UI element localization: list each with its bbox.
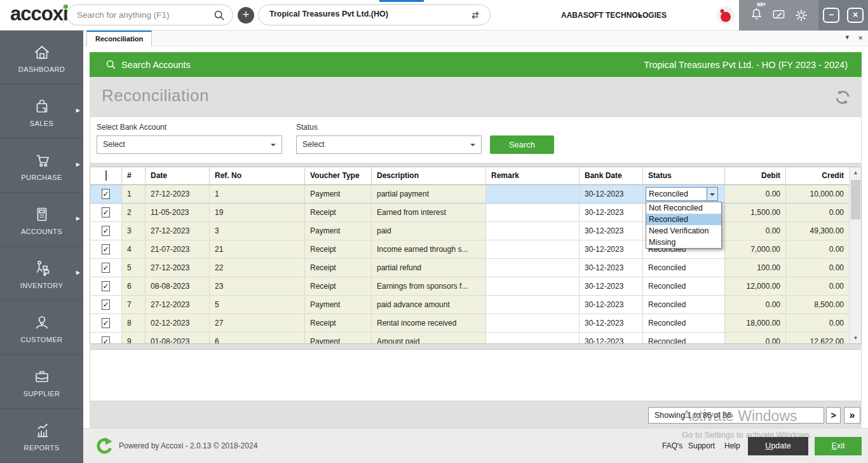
table-row[interactable]: ✓608-08-202323ReceiptEarnings from spons… — [90, 277, 861, 296]
table-row[interactable]: ✓527-12-202322Receiptpartial refund30-12… — [90, 259, 861, 277]
global-search-input[interactable] — [77, 6, 210, 24]
sidebar-item-purchase[interactable]: PURCHASE▶ — [0, 139, 83, 193]
row-checkbox[interactable]: ✓ — [102, 300, 109, 310]
sidebar-item-accounts[interactable]: ACCOUNTS▶ — [0, 193, 83, 247]
sidebar-item-sales[interactable]: SALES▶ — [0, 85, 83, 139]
scroll-down-icon[interactable]: ▼ — [850, 333, 862, 343]
tab-overflow-icon[interactable]: ▾ — [845, 33, 849, 41]
bank-account-select[interactable]: Select — [97, 135, 282, 154]
select-all-header[interactable] — [90, 167, 122, 185]
dropdown-option-not-reconciled[interactable]: Not Reconciled — [646, 202, 721, 214]
column-header-desc[interactable]: Description — [372, 167, 486, 185]
column-header-bank_date[interactable]: Bank Date — [580, 167, 643, 185]
vertical-scrollbar[interactable]: ▲ ▼ — [849, 167, 861, 343]
account-name[interactable]: AABASOFT TECHNOLOGIES — [561, 0, 667, 31]
status-select[interactable]: Reconciled — [646, 187, 718, 201]
table-row[interactable]: ✓421-07-202321ReceiptIncome earned throu… — [90, 240, 861, 259]
minimize-button[interactable]: − — [823, 8, 839, 23]
cell-bank_date[interactable]: 30-12-2023 — [580, 240, 643, 259]
cell-bank_date[interactable]: 30-12-2023 — [580, 185, 643, 204]
cell-remark[interactable] — [486, 333, 580, 344]
cell-remark[interactable] — [486, 222, 580, 240]
column-header-ref[interactable]: Ref. No — [210, 167, 305, 185]
cell-bank_date[interactable]: 30-12-2023 — [580, 333, 643, 344]
sidebar-item-supplier[interactable]: SUPPLIER — [0, 355, 83, 409]
cell-check[interactable]: ✓ — [90, 333, 122, 344]
column-header-date[interactable]: Date — [146, 167, 210, 185]
cell-check[interactable]: ✓ — [90, 204, 122, 222]
support-link[interactable]: Support — [688, 441, 715, 450]
column-header-credit[interactable]: Credit — [786, 167, 850, 185]
messages-button[interactable] — [771, 7, 786, 24]
tab-close-icon[interactable]: × — [858, 33, 863, 43]
sidebar-item-dashboard[interactable]: DASHBOARD — [0, 31, 83, 85]
last-page-button[interactable]: » — [844, 407, 860, 424]
search-icon[interactable] — [214, 10, 225, 24]
help-link[interactable]: Help — [724, 441, 740, 450]
row-checkbox[interactable]: ✓ — [102, 263, 109, 273]
sidebar-item-customer[interactable]: CUSTOMER — [0, 301, 83, 355]
add-new-button[interactable]: + — [238, 7, 254, 24]
table-row[interactable]: ✓127-12-20231Paymentpartial payment30-12… — [90, 185, 861, 204]
table-row[interactable]: ✓727-12-20235Paymentpaid advance amount3… — [90, 296, 861, 314]
cell-remark[interactable] — [486, 204, 580, 222]
settings-button[interactable] — [794, 8, 808, 22]
exit-button[interactable]: Exit — [815, 437, 862, 455]
row-checkbox[interactable]: ✓ — [102, 281, 109, 291]
table-row[interactable]: ✓211-05-202319ReceiptEarned from interes… — [90, 204, 861, 222]
tab-reconciliation[interactable]: Reconciliation — [86, 31, 152, 46]
cell-bank_date[interactable]: 30-12-2023 — [580, 314, 643, 333]
cell-check[interactable]: ✓ — [90, 185, 122, 204]
cell-bank_date[interactable]: 30-12-2023 — [580, 204, 643, 222]
update-button[interactable]: Update — [748, 437, 808, 455]
dropdown-arrow-button[interactable] — [707, 188, 717, 200]
cell-remark[interactable] — [486, 240, 580, 259]
faqs-link[interactable]: FAQ's — [662, 441, 682, 450]
column-header-remark[interactable]: Remark — [486, 167, 580, 185]
row-checkbox[interactable]: ✓ — [102, 318, 109, 328]
cell-check[interactable]: ✓ — [90, 222, 122, 240]
column-header-voucher[interactable]: Voucher Type — [305, 167, 372, 185]
refresh-button[interactable] — [832, 87, 853, 107]
cell-remark[interactable] — [486, 259, 580, 277]
dropdown-option-need-verification[interactable]: Need Verification — [646, 225, 721, 237]
sidebar-item-reports[interactable]: REPORTS — [0, 409, 83, 463]
cell-bank_date[interactable]: 30-12-2023 — [580, 259, 643, 277]
switch-company-icon[interactable] — [469, 9, 482, 24]
sidebar-item-inventory[interactable]: INVENTORY▶ — [0, 247, 83, 301]
search-accounts-button[interactable]: Search Accounts — [90, 59, 191, 70]
dropdown-option-missing[interactable]: Missing — [646, 237, 721, 248]
cell-bank_date[interactable]: 30-12-2023 — [580, 277, 643, 296]
cell-check[interactable]: ✓ — [90, 296, 122, 314]
scroll-up-icon[interactable]: ▲ — [850, 167, 862, 178]
cell-remark[interactable] — [486, 185, 580, 204]
cell-check[interactable]: ✓ — [90, 240, 122, 259]
column-header-debit[interactable]: Debit — [725, 167, 786, 185]
row-checkbox[interactable]: ✓ — [102, 336, 109, 344]
column-header-num[interactable]: # — [122, 167, 146, 185]
cell-remark[interactable] — [486, 314, 580, 333]
cell-remark[interactable] — [486, 296, 580, 314]
notifications-button[interactable]: 99+ — [749, 7, 764, 24]
select-all-checkbox[interactable] — [105, 170, 107, 181]
cell-remark[interactable] — [486, 277, 580, 296]
search-button[interactable]: Search — [490, 135, 554, 154]
dropdown-option-reconciled[interactable]: Reconciled — [646, 214, 721, 225]
cell-check[interactable]: ✓ — [90, 277, 122, 296]
cell-bank_date[interactable]: 30-12-2023 — [580, 296, 643, 314]
close-button[interactable]: × — [847, 8, 864, 23]
row-checkbox[interactable]: ✓ — [102, 189, 109, 199]
row-checkbox[interactable]: ✓ — [102, 207, 109, 218]
status-filter-select[interactable]: Select — [296, 135, 482, 154]
row-checkbox[interactable]: ✓ — [102, 226, 109, 236]
cell-bank_date[interactable]: 30-12-2023 — [580, 222, 643, 240]
company-selector[interactable]: Tropical Treasures Pvt Ltd.(HO) — [258, 4, 491, 25]
column-header-status[interactable]: Status — [643, 167, 725, 185]
cell-status[interactable]: ReconciledNot ReconciledReconciledNeed V… — [643, 185, 725, 204]
avatar[interactable] — [717, 6, 735, 24]
cell-check[interactable]: ✓ — [90, 259, 122, 277]
table-row[interactable]: ✓327-12-20233Paymentpaid30-12-2023Reconc… — [90, 222, 861, 240]
next-page-button[interactable]: > — [826, 407, 841, 424]
scrollbar-thumb[interactable] — [851, 180, 860, 219]
table-row[interactable]: ✓901-08-20236PaymentAmount paid30-12-202… — [90, 333, 861, 344]
